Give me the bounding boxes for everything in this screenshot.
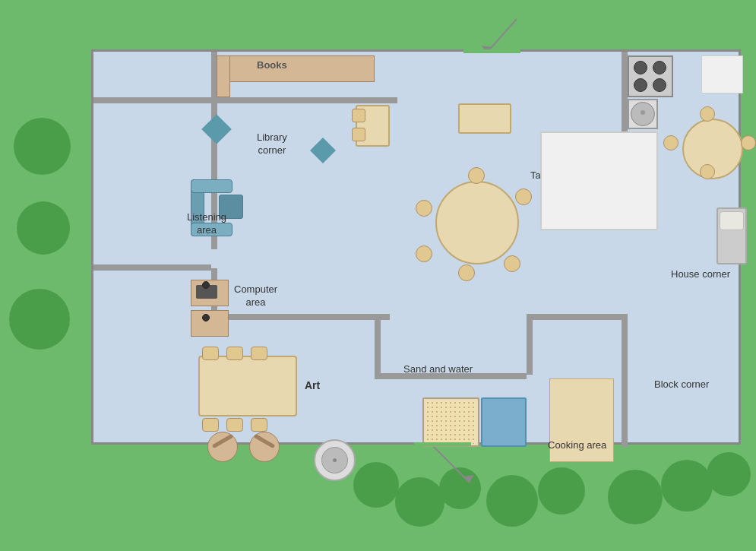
ttoy-chair-2 [515,188,532,205]
tree-3 [9,289,70,350]
ttoy-chair-5 [416,245,432,262]
art-chair-2 [226,347,243,360]
wall-top-h [93,97,397,103]
dchair-2 [741,135,756,150]
wall-sand-right [527,314,533,375]
art-chair-5 [226,418,243,432]
monitor-dot-2 [202,314,210,321]
storage-unit [701,55,743,93]
counter [540,131,658,230]
house-corner-label: House corner [671,268,730,281]
sofa-seat [191,179,232,193]
stool-1 [207,432,238,462]
art-chair-6 [251,418,267,432]
door-top-gap [463,49,520,53]
dchair-4 [663,135,679,150]
dchair-1 [700,106,715,122]
wall-sand-left [375,314,381,375]
small-chair-1 [352,109,365,122]
wall-mid-left [93,264,211,271]
ttoy-chair-1 [468,167,485,184]
bookshelf [226,55,375,82]
cooking-area-label: Cooking area [548,439,606,452]
tree-11 [707,452,751,496]
listening-area-label: Listeningarea [187,211,226,237]
door-arrow-bottom [416,441,492,486]
library-corner-label: Librarycorner [257,131,287,157]
ttoy-chair-4 [458,264,475,281]
tree-1 [14,118,71,175]
computer-area-label: Computerarea [234,283,277,309]
sand-water-label: Sand and water [403,363,473,376]
tree-8 [538,467,585,515]
monitor-dot-1 [202,281,210,289]
art-chair-3 [251,347,267,360]
desk-2 [191,310,229,337]
tree-9 [608,470,663,524]
books-label: Books [257,59,287,71]
door-bottom-gap [414,442,471,446]
wall-block-top [527,314,628,320]
table-toys-table [435,181,519,264]
small-table-2 [458,103,511,134]
small-chair-2 [352,128,365,141]
tree-10 [661,460,713,511]
diamond-1 [201,114,232,144]
burner-4 [653,78,666,92]
burner-1 [634,61,647,74]
room-floor-plan: Books Librarycorner Listeningarea Comput… [91,49,741,445]
diamond-2 [310,138,336,163]
art-table [198,356,297,416]
sink-drain [641,110,645,115]
tree-2 [17,201,70,255]
tree-4 [353,462,399,508]
sand-inner [425,401,476,444]
wall-mid-right [211,314,390,320]
pillow [720,211,744,230]
ttoy-chair-6 [416,200,432,217]
block-corner-label: Block corner [654,378,709,391]
burner-2 [653,61,666,74]
art-chair-1 [202,347,219,360]
water-tray [481,397,527,447]
burner-3 [634,78,647,92]
ttoy-chair-3 [504,255,520,272]
tree-7 [486,475,538,527]
dchair-3 [700,164,715,179]
art-label: Art [305,378,320,392]
art-chair-4 [202,418,219,432]
wall-block-left [622,314,628,447]
stove [628,55,673,97]
round-object-center [333,458,337,462]
bookshelf-vertical [217,55,230,97]
